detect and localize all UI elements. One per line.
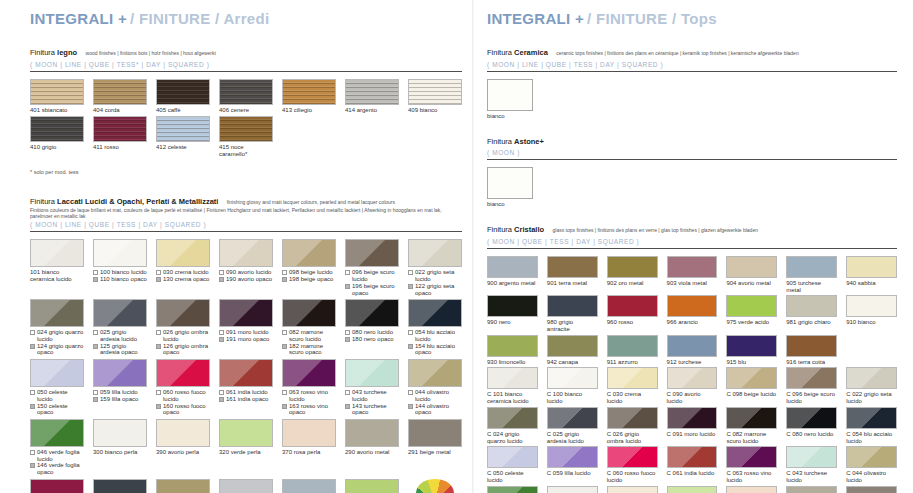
finish-swatch-cell: C 096 beige scuro lucido — [786, 367, 837, 404]
swatch-code-name: C 030 crema lucido — [607, 391, 658, 404]
color-swatch — [345, 299, 399, 327]
section-label-bold: legno — [57, 48, 77, 57]
finish-swatch-cell: 061 india lucido161 india opaco — [219, 359, 273, 416]
finish-swatch-cell: 405 caffè — [156, 79, 210, 114]
swatch-label: 022 grigio seta lucido122 grigio seta op… — [408, 269, 462, 296]
gloss-marker-icon — [219, 390, 224, 395]
swatch-label: 916 terra cotta — [786, 359, 837, 366]
finish-swatch-cell: 414 argento — [345, 79, 399, 114]
finish-swatch-cell: 300 bianco perla — [93, 419, 147, 476]
swatch-label: 320 verde perla — [219, 449, 273, 456]
swatch-label: 082 marrone scuro lucido182 marrone scur… — [282, 329, 336, 356]
swatch-code-name: 412 celeste — [156, 144, 187, 151]
swatch-label: bianco — [487, 113, 897, 119]
swatch-label: C 100 bianco lucido — [547, 391, 598, 404]
section-finitura-laccati: Finitura Laccati Lucidi & Opachi, Perlat… — [30, 190, 462, 493]
swatch-code-name: 902 oro metal — [607, 280, 644, 287]
swatch-code-name: 191 moro opaco — [226, 336, 269, 343]
glass-swatch-grid: 900 argento metal901 terra metal902 oro … — [487, 256, 897, 493]
finish-swatch-cell: C 390 avorio perla — [607, 486, 658, 493]
finish-swatch-cell: C 090 avorio lucido — [667, 367, 718, 404]
finish-swatch-cell: 022 grigio seta lucido122 grigio seta op… — [408, 239, 462, 296]
color-swatch — [156, 299, 210, 327]
color-swatch — [846, 486, 897, 493]
color-swatch — [786, 486, 837, 493]
gloss-marker-icon — [282, 330, 287, 335]
swatch-code-name: 154 blu acciaio opaco — [415, 343, 462, 356]
swatch-label: 050 celeste lucido150 celeste opaco — [30, 389, 84, 416]
swatch-label: 902 oro metal — [607, 280, 658, 287]
swatch-code-name: C 101 bianco ceramica lucido — [487, 391, 538, 404]
swatch-code-name: C 024 grigio quarzo lucido — [487, 431, 538, 444]
color-swatch — [487, 295, 538, 317]
swatch-label: 300 bianco perla — [93, 449, 147, 456]
color-swatch — [547, 486, 598, 493]
color-swatch — [846, 407, 897, 429]
swatch-code-name: C 063 rosso vino lucido — [726, 470, 777, 483]
finish-swatch-cell: 044 olivastro lucido144 olivastro opaco — [408, 359, 462, 416]
swatch-label: 940 sabbia — [846, 280, 897, 287]
finish-swatch-cell: C 370 rosa perla — [726, 486, 777, 493]
swatch-code-name: 413 ciliegio — [282, 107, 312, 114]
swatch-code-name: 125 grigio ardesia opaco — [100, 343, 147, 356]
swatch-code-name: C 100 bianco lucido — [547, 391, 598, 404]
swatch-label: 980 grigio antracite — [547, 319, 598, 332]
empty-grid-cell — [408, 116, 462, 157]
matt-marker-icon — [93, 277, 98, 282]
color-swatch — [846, 367, 897, 389]
gloss-marker-icon — [408, 390, 413, 395]
finish-swatch-cell: 043 turchese lucido143 turchese opaco — [345, 359, 399, 416]
swatch-label: 411 rosso — [93, 144, 147, 151]
swatch-code-name: 966 arancio — [667, 319, 698, 326]
finish-swatch-cell: 059 lilla lucido159 lilla opaco — [93, 359, 147, 416]
finish-swatch-cell: 409 bianco — [408, 79, 462, 114]
swatch-label: 401 sbiancato — [30, 107, 84, 114]
page-gutter-divider — [472, 0, 474, 493]
finish-swatch-cell: 082 marrone scuro lucido182 marrone scur… — [282, 299, 336, 356]
gloss-marker-icon — [408, 270, 413, 275]
swatch-code-name: 406 cenere — [219, 107, 249, 114]
color-swatch — [408, 239, 462, 267]
color-swatch — [345, 359, 399, 387]
finish-swatch-cell: 413 ciliegio — [282, 79, 336, 114]
section-rule — [30, 231, 462, 232]
color-swatch — [282, 359, 336, 387]
color-swatch — [667, 367, 718, 389]
color-swatch — [726, 335, 777, 357]
swatch-code-name: C 026 grigio ombra lucido — [607, 431, 658, 444]
swatch-label: 409 bianco — [408, 107, 462, 114]
finish-swatch-cell: 025 grigio ardesia lucido125 grigio arde… — [93, 299, 147, 356]
swatch-code-name: C 022 grigio seta lucido — [846, 391, 897, 404]
matt-marker-icon — [93, 344, 98, 349]
gloss-marker-icon — [156, 270, 161, 275]
color-swatch — [786, 446, 837, 468]
swatch-code-name: 411 rosso — [93, 144, 119, 151]
matt-marker-icon — [345, 337, 350, 342]
swatch-code-name: 159 lilla opaco — [100, 396, 138, 403]
swatch-label: 930 limoncello — [487, 359, 538, 366]
finish-swatch-cell: 915 blu — [726, 335, 777, 366]
ceramica-bianco-swatch — [487, 79, 533, 111]
swatch-code-name: 980 grigio antracite — [547, 319, 598, 332]
section-rule — [487, 71, 897, 72]
section-label: Finitura — [30, 48, 57, 57]
color-swatch — [156, 359, 210, 387]
finish-swatch-cell: 370 rosa perla — [282, 419, 336, 476]
swatch-code-name: 026 grigio ombra lucido — [163, 329, 210, 342]
swatch-code-name: 404 corda — [93, 107, 120, 114]
swatch-code-name: 101 bianco ceramica lucido — [30, 269, 84, 282]
finish-swatch-cell: 096 beige scuro lucido196 beige scuro op… — [345, 239, 399, 296]
finish-swatch-cell: C 100 bianco lucido — [547, 367, 598, 404]
color-swatch — [487, 335, 538, 357]
color-swatch — [282, 419, 336, 447]
gloss-marker-icon — [93, 270, 98, 275]
swatch-code-name: 198 beige opaco — [289, 276, 333, 283]
swatch-code-name: 180 nero opaco — [352, 336, 394, 343]
swatch-code-name: 161 india opaco — [226, 396, 268, 403]
page-title-brand: INTEGRALI + — [487, 10, 584, 27]
color-swatch — [282, 239, 336, 267]
color-swatch — [667, 446, 718, 468]
color-swatch — [667, 486, 718, 493]
swatch-label: 981 grigio chiaro — [786, 319, 837, 326]
swatch-code-name: 100 bianco lucido — [100, 269, 147, 276]
